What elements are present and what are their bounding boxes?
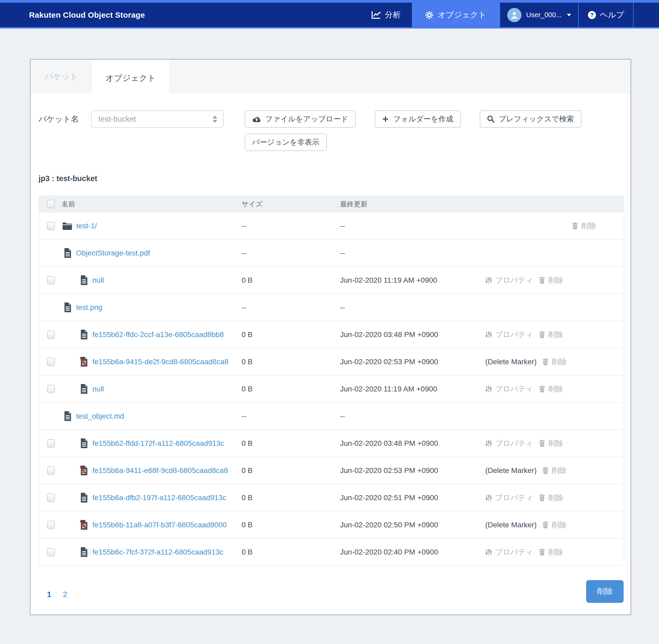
row-actions: (Delete Marker)削除 <box>485 520 615 530</box>
table-row: fe155b6b-11a8-a07f-b3f7-6805caad8000 0 B… <box>39 511 623 539</box>
object-name-link[interactable]: fe155b6b-11a8-a07f-b3f7-6805caad8000 <box>92 521 227 529</box>
object-name-link[interactable]: fe155b6c-7fcf-372f-a112-6805caad913c <box>92 548 223 556</box>
delete-action[interactable]: 削除 <box>539 275 563 285</box>
page-link-2[interactable]: 2 <box>63 590 67 599</box>
nav-item-help[interactable]: ? ヘルプ <box>579 3 634 27</box>
object-size: 0 B <box>242 358 340 366</box>
select-updown-icon <box>212 116 217 123</box>
row-checkbox[interactable] <box>47 439 55 447</box>
page-link-1[interactable]: 1 <box>47 590 51 599</box>
delete-action[interactable]: 削除 <box>542 520 567 530</box>
row-checkbox[interactable] <box>47 222 55 230</box>
row-checkbox[interactable] <box>47 276 55 284</box>
sliders-icon <box>485 440 492 447</box>
object-name-link[interactable]: test-1/ <box>76 222 97 230</box>
object-name-cell: fe155b6a-9415-de2f-9cd8-6805caad8ca8 <box>62 357 242 367</box>
object-size: 0 B <box>242 439 340 447</box>
object-modified: Jun-02-2020 03:48 PM +0900 <box>340 439 485 447</box>
bucket-select[interactable]: test-bucket <box>91 110 224 128</box>
bucket-select-value: test-bucket <box>98 115 136 123</box>
object-size: -- <box>242 222 340 230</box>
avatar <box>507 8 521 22</box>
object-name-cell: fe155b6a-9411-e68f-9cd8-6805caad8ca8 <box>62 465 242 475</box>
delete-action[interactable]: 削除 <box>539 438 563 448</box>
bulk-delete-button[interactable]: 削除 <box>586 580 623 603</box>
properties-action[interactable]: プロパティ <box>485 330 533 340</box>
object-name-link[interactable]: test.png <box>76 303 103 312</box>
trash-icon <box>539 494 545 501</box>
nav-analytics-label: 分析 <box>385 9 401 20</box>
object-name-link[interactable]: null <box>92 385 104 393</box>
object-name-link[interactable]: fe155b6a-dfb2-197f-a112-6805caad913c <box>92 493 226 502</box>
file-icon <box>80 438 88 448</box>
properties-action[interactable]: プロパティ <box>485 493 533 503</box>
object-name-link[interactable]: test_object.md <box>76 412 124 420</box>
row-checkbox[interactable] <box>47 548 55 556</box>
object-name-link[interactable]: ObjectStorage-test.pdf <box>76 249 150 257</box>
row-checkbox[interactable] <box>47 330 55 339</box>
nav-help-label: ヘルプ <box>600 9 624 20</box>
user-menu[interactable]: User_000... <box>500 3 579 27</box>
properties-action[interactable]: プロパティ <box>485 384 533 394</box>
object-name-link[interactable]: fe155b62-ffdd-172f-a112-6805caad913c <box>92 439 224 447</box>
gear-icon <box>425 11 433 19</box>
tab-objects[interactable]: オブジェクト <box>92 60 169 97</box>
object-name-cell: ObjectStorage-test.pdf <box>62 248 242 258</box>
top-accent-strip <box>0 0 659 3</box>
table-row: null 0 B Jun-02-2020 11:19 AM +0900 プロパテ… <box>39 375 623 403</box>
properties-action[interactable]: プロパティ <box>485 438 533 448</box>
row-checkbox[interactable] <box>47 358 55 366</box>
object-modified: Jun-02-2020 02:40 PM +0900 <box>340 548 485 556</box>
object-name-link[interactable]: fe155b6a-9415-de2f-9cd8-6805caad8ca8 <box>92 358 228 366</box>
object-size: 0 B <box>242 276 340 284</box>
object-name-link[interactable]: fe155b62-ffdc-2ccf-a13e-6805caad8bb8 <box>92 330 224 339</box>
upload-file-button[interactable]: ファイルをアップロード <box>245 110 356 128</box>
object-name-cell: fe155b62-ffdd-172f-a112-6805caad913c <box>62 438 242 448</box>
object-name-cell: fe155b62-ffdc-2ccf-a13e-6805caad8bb8 <box>62 330 242 340</box>
hide-versions-button[interactable]: バージョンを非表示 <box>245 134 327 151</box>
object-modified: -- <box>340 303 485 312</box>
row-checkbox[interactable] <box>47 493 55 502</box>
row-checkbox[interactable] <box>47 466 55 475</box>
row-checkbox[interactable] <box>47 385 55 393</box>
sliders-icon <box>485 331 492 338</box>
sliders-icon <box>485 277 492 284</box>
create-folder-button[interactable]: フォルダーを作成 <box>374 110 460 128</box>
table-row: test-1/ -- -- 削除 <box>39 212 623 240</box>
folder-icon <box>62 222 72 230</box>
person-icon <box>510 10 519 20</box>
column-header-name: 名前 <box>62 200 242 209</box>
row-actions: プロパティ削除 <box>485 330 615 340</box>
delete-action[interactable]: 削除 <box>542 357 567 367</box>
plus-icon <box>382 116 389 122</box>
delete-action[interactable]: 削除 <box>539 493 563 503</box>
sliders-icon <box>485 549 492 556</box>
delete-action[interactable]: 削除 <box>539 384 563 394</box>
bucket-name-label: バケット名 <box>39 110 79 128</box>
navbar-spacer <box>634 3 659 27</box>
main-panel: バケット オブジェクト バケット名 test-bucket ファイルをアップロー… <box>30 59 631 615</box>
tab-buckets[interactable]: バケット <box>31 60 92 93</box>
object-name-link[interactable]: null <box>92 276 104 284</box>
select-all-checkbox[interactable] <box>47 200 55 208</box>
object-name-cell: fe155b6b-11a8-a07f-b3f7-6805caad8000 <box>62 520 242 530</box>
properties-action[interactable]: プロパティ <box>485 275 533 285</box>
delete-action[interactable]: 削除 <box>572 221 596 231</box>
row-actions: プロパティ削除 <box>485 275 615 285</box>
properties-action[interactable]: プロパティ <box>485 547 533 557</box>
search-prefix-button[interactable]: プレフィックスで検索 <box>480 110 582 128</box>
row-actions: プロパティ削除 <box>485 438 615 448</box>
nav-item-objects[interactable]: オブジェクト <box>412 3 500 27</box>
nav-item-analytics[interactable]: 分析 <box>360 3 412 27</box>
row-checkbox[interactable] <box>47 521 55 529</box>
object-name-link[interactable]: fe155b6a-9411-e68f-9cd8-6805caad8ca8 <box>92 466 228 475</box>
table-row: fe155b6a-dfb2-197f-a112-6805caad913c 0 B… <box>39 484 623 511</box>
delete-action[interactable]: 削除 <box>542 465 567 476</box>
file-delete-marker-icon <box>80 465 88 475</box>
object-size: -- <box>242 249 340 257</box>
delete-marker-label: (Delete Marker) <box>485 358 537 366</box>
file-icon <box>80 330 88 340</box>
delete-action[interactable]: 削除 <box>539 330 563 340</box>
trash-icon <box>539 331 545 338</box>
delete-action[interactable]: 削除 <box>539 547 563 557</box>
